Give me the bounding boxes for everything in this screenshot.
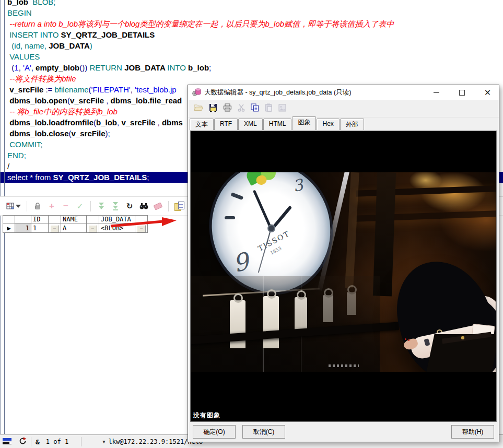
tab-HTML[interactable]: HTML: [263, 119, 292, 130]
clock-numeral-3: 3: [291, 175, 305, 195]
fetch-next-icon[interactable]: [97, 201, 106, 211]
red-annotation-arrow: [109, 215, 178, 230]
cell-name[interactable]: A: [61, 223, 87, 233]
dialog-titlebar[interactable]: 大数据编辑器 - sy_qrtz_job_details.job_data (只…: [188, 85, 499, 100]
minimize-button[interactable]: [425, 85, 448, 100]
image-doc-icon[interactable]: [278, 104, 286, 114]
blob-photo-preview: 3 9 TISSOT 1853: [191, 172, 496, 372]
dialog-title: 大数据编辑器 - sy_qrtz_job_details.job_data (只…: [204, 88, 422, 97]
tab-RTF[interactable]: RTF: [214, 119, 238, 130]
panels-icon[interactable]: [3, 438, 13, 446]
photo-watermark: [329, 364, 359, 367]
tab-文本[interactable]: 文本: [190, 119, 214, 130]
window-left-border: [1, 0, 1, 434]
cell-name-ellipsis-button[interactable]: …: [88, 225, 97, 232]
tab-外部[interactable]: 外部: [340, 119, 364, 130]
post-changes-icon[interactable]: ✓: [75, 201, 85, 211]
image-status-text: 没有图象: [193, 411, 220, 420]
lock-icon[interactable]: [33, 201, 42, 211]
column-header-id[interactable]: ID: [31, 216, 49, 223]
ok-button[interactable]: 确定(O): [193, 425, 236, 439]
dialog-toolbar: [188, 100, 499, 117]
print-icon[interactable]: [223, 103, 232, 114]
refresh-icon[interactable]: ↻: [125, 201, 134, 211]
export-icon[interactable]: [174, 201, 184, 211]
maximize-button[interactable]: [451, 85, 473, 100]
delete-record-icon[interactable]: −: [61, 201, 71, 211]
dialog-footer: 确定(O) 取消(C) 帮助(H): [188, 422, 499, 442]
grid-view-dropdown-icon[interactable]: [16, 205, 21, 208]
cell-id-ellipsis-button[interactable]: …: [50, 225, 59, 232]
record-indicator: &: [36, 438, 40, 446]
copy-icon[interactable]: [251, 103, 259, 114]
add-record-icon[interactable]: +: [47, 201, 56, 211]
save-icon[interactable]: [209, 103, 217, 114]
help-button[interactable]: 帮助(H): [451, 425, 494, 439]
tab-XML[interactable]: XML: [238, 119, 263, 130]
open-icon[interactable]: [194, 104, 203, 113]
auto-refresh-icon[interactable]: [18, 437, 27, 446]
grid-view-icon[interactable]: [6, 201, 21, 211]
column-header-name[interactable]: NAME: [61, 216, 87, 223]
fetch-last-icon[interactable]: [111, 201, 120, 211]
row-marker: ▶: [3, 223, 15, 233]
paste-icon[interactable]: [265, 103, 273, 114]
dialog-tabbar: 文本RTFXMLHTML图象Hex外部: [188, 117, 499, 130]
plsql-developer-window: b_lob BLOB;BEGIN --return a into b_lob将该…: [0, 0, 503, 448]
find-icon[interactable]: [139, 201, 148, 211]
row-number: 1: [15, 223, 31, 233]
connection-dropdown-icon[interactable]: ▼: [102, 439, 105, 444]
cancel-button[interactable]: 取消(C): [242, 425, 285, 439]
cell-id[interactable]: 1: [31, 223, 49, 233]
image-preview-panel: 3 9 TISSOT 1853: [190, 131, 497, 422]
tab-图象[interactable]: 图象: [292, 116, 316, 130]
cut-icon[interactable]: [238, 104, 245, 114]
blob-editor-dialog: 大数据编辑器 - sy_qrtz_job_details.job_data (只…: [188, 85, 499, 442]
watch-display-case: [191, 276, 380, 372]
database-editor-icon: [192, 88, 201, 98]
tab-Hex[interactable]: Hex: [317, 119, 339, 130]
close-button[interactable]: ✕: [476, 85, 499, 100]
highlight-icon[interactable]: [153, 201, 162, 211]
record-position: 1 of 1: [46, 438, 68, 445]
